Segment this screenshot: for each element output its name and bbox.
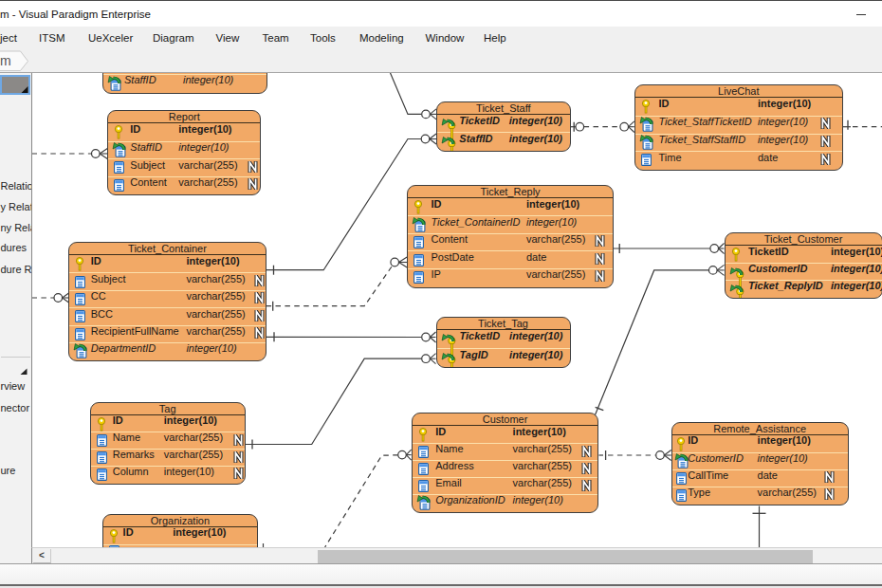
svg-text:m: m	[0, 53, 11, 68]
